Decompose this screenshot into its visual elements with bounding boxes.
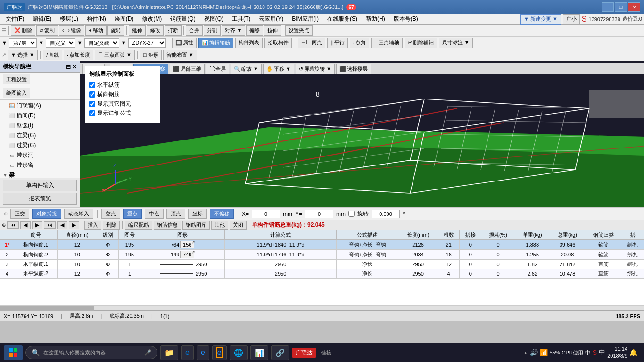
trans-rebar-checkbox[interactable]	[89, 91, 95, 98]
rotate-input[interactable]	[372, 210, 400, 218]
checkbox-detail[interactable]: 显示详细公式	[89, 109, 156, 117]
play-btn[interactable]: ▶	[32, 221, 42, 229]
cross-btn[interactable]: 交点	[101, 209, 120, 219]
minimize-btn[interactable]: —	[602, 2, 614, 12]
delete-aux-btn[interactable]: ✂ 删除辅轴	[405, 38, 437, 48]
menu-modify[interactable]: 修改(M)	[138, 14, 165, 24]
tree-item-insert[interactable]: ⬜ 插间(D)	[1, 111, 79, 121]
tree-item-door-window[interactable]: 🪟 门联窗(A)	[1, 101, 79, 111]
other-btn[interactable]: 其他	[211, 221, 228, 230]
tree-item-lintel[interactable]: ⬜ 过梁(G)	[1, 140, 79, 150]
smart-layout-btn[interactable]: 智能布置 ▼	[163, 50, 197, 60]
report-preview-btn[interactable]: 报表预览	[3, 193, 77, 205]
mid-point-btn[interactable]: 中点	[145, 209, 164, 219]
project-settings-btn[interactable]: 工程设置	[3, 74, 30, 84]
next-page-btn[interactable]: ⏭	[44, 221, 56, 229]
horiz-rebar-checkbox[interactable]	[89, 82, 95, 88]
close-table-btn[interactable]: 关闭	[230, 221, 247, 230]
set-point-btn[interactable]: 设置夹点	[285, 25, 313, 36]
y-input[interactable]	[305, 210, 333, 218]
modify-btn[interactable]: 修改	[147, 25, 164, 36]
delete-row-btn[interactable]: 删除	[103, 221, 120, 230]
magnify-btn[interactable]: 广小	[563, 14, 580, 25]
menu-edit[interactable]: 编辑(E)	[29, 14, 55, 24]
rebar-info-btn[interactable]: 钢筋信息	[154, 221, 181, 230]
rectangle-btn[interactable]: □ 矩形	[140, 50, 162, 60]
component-input-btn[interactable]: 单构件输入	[3, 180, 77, 191]
rebar-diagram-btn[interactable]: 钢筋图库	[182, 221, 210, 230]
prev2-btn[interactable]: ◀	[57, 221, 67, 229]
properties-btn[interactable]: 🔲 属性	[172, 38, 197, 48]
taskbar-ie2[interactable]: e	[212, 345, 227, 360]
menu-help[interactable]: 帮助(H)	[362, 14, 389, 24]
taskbar-app2[interactable]: 🔗	[271, 345, 289, 360]
fullscreen-btn[interactable]: ⛶ 全屏	[206, 64, 229, 74]
print-btn[interactable]: 打断	[165, 25, 182, 36]
straight-line-btn[interactable]: / 直线	[43, 50, 62, 60]
tree-item-strip-hole[interactable]: ▭ 带形洞	[1, 150, 79, 160]
first-btn[interactable]: ⏮	[7, 221, 19, 229]
two-points-btn[interactable]: ⊣⊢ 两点	[298, 38, 325, 48]
rotate-checkbox[interactable]	[348, 211, 355, 217]
dynamic-input-btn[interactable]: 动态输入	[64, 209, 93, 219]
coord-point-btn[interactable]: 坐标	[188, 209, 207, 219]
tree-item-niche[interactable]: ⬜ 壁龛(I)	[1, 121, 79, 131]
menu-draw[interactable]: 绘图(D)	[111, 14, 138, 24]
table-row[interactable]: 2 横向钢筋.2 10 Φ 195 149 749 ↗ 11.9*d+1796+…	[0, 250, 644, 260]
delete-btn[interactable]: ❌ 删除	[11, 25, 35, 36]
taskbar-edge[interactable]: e	[181, 345, 194, 360]
key-point-btn[interactable]: 重点	[123, 209, 142, 219]
menu-view[interactable]: 视图(Q)	[200, 14, 227, 24]
floor-type-select[interactable]: 自定义	[46, 38, 75, 48]
snap-btn[interactable]: 对象捕捉	[32, 209, 61, 219]
prev-btn[interactable]: ◀	[20, 221, 31, 229]
top-point-btn[interactable]: 顶点	[166, 209, 185, 219]
three-arc-btn[interactable]: ⌒ 三点画弧 ▼	[95, 50, 135, 60]
edit-btn[interactable]: 偏移	[246, 25, 263, 36]
no-offset-btn[interactable]: 不偏移	[210, 209, 234, 219]
rotate-btn[interactable]: 旋转	[107, 25, 124, 36]
new-change-btn[interactable]: ▼ 新建变更 ▼	[520, 14, 561, 25]
taskbar-file-explorer[interactable]: 📁	[160, 345, 178, 360]
insert-row-btn[interactable]: 插入	[84, 221, 101, 230]
select-floor-btn[interactable]: ⬛ 选择楼层	[336, 64, 371, 74]
select-btn[interactable]: ▼ 选择 ▼	[8, 50, 38, 60]
taskbar-chrome[interactable]: 🌐	[230, 345, 248, 360]
detail-formula-checkbox[interactable]	[89, 110, 95, 116]
checkbox-horiz[interactable]: 水平纵筋	[89, 81, 156, 89]
tree-item-conn-beam[interactable]: ⬜ 连梁(G)	[1, 131, 79, 140]
maximize-btn[interactable]: □	[615, 2, 627, 12]
taskbar-app1[interactable]: 📊	[250, 345, 268, 360]
menu-version[interactable]: 版本号(B)	[390, 14, 422, 24]
close-btn[interactable]: ✕	[628, 2, 640, 12]
table-row[interactable]: 1* 横向钢筋.1 12 Φ 195 764 156 ↗ 11.9*d+1840…	[0, 240, 644, 250]
zdyx-select[interactable]: ZDYX-27	[128, 38, 166, 48]
ortho-btn[interactable]: 正交	[10, 209, 29, 219]
merge-btn[interactable]: 合并	[186, 25, 203, 36]
scale-config-btn[interactable]: 缩尺配筋	[125, 221, 152, 230]
checkbox-trans[interactable]: 横向钢筋	[89, 90, 156, 99]
menu-rebar-qty[interactable]: 钢筋量(Q)	[166, 14, 199, 24]
pick-part-btn[interactable]: 拾取构件	[264, 38, 292, 48]
tree-group-beam[interactable]: ▼ 梁	[1, 170, 79, 178]
screen-rotate-btn[interactable]: ↺ 屏幕旋转 ▼	[296, 64, 335, 74]
edit-rebar-btn[interactable]: 📊 编辑钢筋	[198, 38, 233, 48]
move-view-btn[interactable]: ✋ 平移 ▼	[263, 64, 294, 74]
tree-item-strip-window[interactable]: ▭ 带形窗	[1, 160, 79, 170]
align-btn[interactable]: 对齐 ▼	[222, 25, 245, 36]
local-3d-btn[interactable]: ⬛ 局部三维	[170, 64, 205, 74]
menu-tools[interactable]: 工具(T)	[228, 14, 254, 24]
add-length-btn[interactable]: · 点加长度	[64, 50, 93, 60]
menu-part[interactable]: 构件(N)	[83, 14, 110, 24]
zoom-btn[interactable]: 🔍 缩放 ▼	[231, 64, 262, 74]
floor-select[interactable]: 第7层	[9, 38, 37, 48]
taskbar-search[interactable]: 🔍 在这里输入你要搜索的内容 🎤	[25, 346, 157, 359]
line-type-select[interactable]: 自定义线	[84, 38, 119, 48]
three-points-btn[interactable]: ∴ 三点辅轴	[371, 38, 403, 48]
h-scroll-thumb[interactable]	[0, 306, 94, 311]
notification-icon[interactable]: 🔔	[629, 349, 637, 356]
h-scrollbar[interactable]	[0, 305, 644, 310]
parts-list-btn[interactable]: 构件列表	[235, 38, 263, 48]
x-input[interactable]	[252, 210, 280, 218]
move-btn[interactable]: + 移动	[85, 25, 107, 36]
